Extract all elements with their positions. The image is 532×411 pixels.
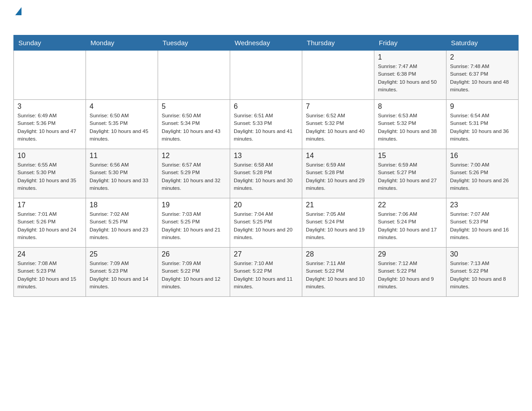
weekday-header-wednesday: Wednesday [230,35,302,51]
calendar-cell [86,51,158,100]
calendar-cell: 30Sunrise: 7:13 AMSunset: 5:22 PMDayligh… [446,248,519,297]
day-number: 7 [306,103,370,111]
calendar-cell [14,51,86,100]
day-number: 24 [17,250,82,258]
day-info: Sunrise: 7:04 AMSunset: 5:25 PMDaylight:… [234,210,298,241]
calendar-cell: 17Sunrise: 7:01 AMSunset: 5:26 PMDayligh… [14,198,86,248]
day-number: 25 [90,250,154,258]
calendar-cell: 10Sunrise: 6:55 AMSunset: 5:30 PMDayligh… [14,149,86,198]
calendar-cell: 2Sunrise: 7:48 AMSunset: 6:37 PMDaylight… [446,51,519,100]
day-number: 16 [450,152,515,160]
day-info: Sunrise: 6:50 AMSunset: 5:35 PMDaylight:… [90,112,154,143]
calendar-cell: 27Sunrise: 7:10 AMSunset: 5:22 PMDayligh… [230,248,302,297]
weekday-header-sunday: Sunday [14,35,86,51]
weekday-header-thursday: Thursday [302,35,374,51]
calendar-cell: 28Sunrise: 7:11 AMSunset: 5:22 PMDayligh… [302,248,374,297]
day-number: 13 [234,152,298,160]
day-number: 29 [378,250,442,258]
day-number: 9 [450,103,515,111]
day-info: Sunrise: 6:50 AMSunset: 5:34 PMDaylight:… [162,112,226,143]
weekday-header-monday: Monday [86,35,158,51]
logo-text [13,9,21,15]
week-row-2: 3Sunrise: 6:49 AMSunset: 5:36 PMDaylight… [14,100,519,149]
day-number: 2 [450,53,515,61]
day-number: 26 [162,250,226,258]
day-number: 27 [234,250,298,258]
day-info: Sunrise: 7:06 AMSunset: 5:24 PMDaylight:… [378,210,442,241]
day-info: Sunrise: 7:12 AMSunset: 5:22 PMDaylight:… [378,260,442,291]
day-number: 22 [378,201,442,209]
day-info: Sunrise: 7:10 AMSunset: 5:22 PMDaylight:… [234,260,298,291]
day-number: 12 [162,152,226,160]
calendar-cell: 8Sunrise: 6:53 AMSunset: 5:32 PMDaylight… [374,100,446,149]
day-number: 1 [378,53,442,61]
day-number: 18 [90,201,154,209]
calendar-cell: 9Sunrise: 6:54 AMSunset: 5:31 PMDaylight… [446,100,519,149]
day-info: Sunrise: 6:54 AMSunset: 5:31 PMDaylight:… [450,112,515,143]
day-info: Sunrise: 7:47 AMSunset: 6:38 PMDaylight:… [378,63,442,94]
calendar-cell: 4Sunrise: 6:50 AMSunset: 5:35 PMDaylight… [86,100,158,149]
weekday-header-tuesday: Tuesday [158,35,230,51]
calendar-cell: 11Sunrise: 6:56 AMSunset: 5:30 PMDayligh… [86,149,158,198]
calendar-cell: 29Sunrise: 7:12 AMSunset: 5:22 PMDayligh… [374,248,446,297]
day-info: Sunrise: 6:58 AMSunset: 5:28 PMDaylight:… [234,161,298,192]
day-info: Sunrise: 6:57 AMSunset: 5:29 PMDaylight:… [162,161,226,192]
calendar-cell: 13Sunrise: 6:58 AMSunset: 5:28 PMDayligh… [230,149,302,198]
calendar-cell: 1Sunrise: 7:47 AMSunset: 6:38 PMDaylight… [374,51,446,100]
day-info: Sunrise: 7:48 AMSunset: 6:37 PMDaylight:… [450,63,515,94]
page-header [13,9,519,26]
day-number: 14 [306,152,370,160]
day-info: Sunrise: 6:53 AMSunset: 5:32 PMDaylight:… [378,112,442,143]
calendar-cell: 19Sunrise: 7:03 AMSunset: 5:25 PMDayligh… [158,198,230,248]
day-number: 8 [378,103,442,111]
calendar-cell: 7Sunrise: 6:52 AMSunset: 5:32 PMDaylight… [302,100,374,149]
week-row-5: 24Sunrise: 7:08 AMSunset: 5:23 PMDayligh… [14,248,519,297]
day-info: Sunrise: 7:00 AMSunset: 5:26 PMDaylight:… [450,161,515,192]
calendar-cell: 24Sunrise: 7:08 AMSunset: 5:23 PMDayligh… [14,248,86,297]
day-number: 3 [17,103,82,111]
day-number: 11 [90,152,154,160]
logo-arrow-icon [15,7,21,15]
week-row-3: 10Sunrise: 6:55 AMSunset: 5:30 PMDayligh… [14,149,519,198]
day-info: Sunrise: 7:11 AMSunset: 5:22 PMDaylight:… [306,260,370,291]
day-number: 20 [234,201,298,209]
calendar-cell: 20Sunrise: 7:04 AMSunset: 5:25 PMDayligh… [230,198,302,248]
calendar-cell: 25Sunrise: 7:09 AMSunset: 5:23 PMDayligh… [86,248,158,297]
day-number: 28 [306,250,370,258]
calendar-cell: 21Sunrise: 7:05 AMSunset: 5:24 PMDayligh… [302,198,374,248]
weekday-header-saturday: Saturday [446,35,519,51]
day-number: 23 [450,201,515,209]
calendar-table: SundayMondayTuesdayWednesdayThursdayFrid… [13,35,519,297]
calendar-cell: 26Sunrise: 7:09 AMSunset: 5:22 PMDayligh… [158,248,230,297]
day-info: Sunrise: 6:59 AMSunset: 5:28 PMDaylight:… [306,161,370,192]
calendar-cell [230,51,302,100]
day-info: Sunrise: 7:01 AMSunset: 5:26 PMDaylight:… [17,210,82,241]
day-info: Sunrise: 7:09 AMSunset: 5:22 PMDaylight:… [162,260,226,291]
week-row-1: 1Sunrise: 7:47 AMSunset: 6:38 PMDaylight… [14,51,519,100]
day-number: 21 [306,201,370,209]
day-number: 30 [450,250,515,258]
day-info: Sunrise: 6:49 AMSunset: 5:36 PMDaylight:… [17,112,82,143]
calendar-cell: 15Sunrise: 6:59 AMSunset: 5:27 PMDayligh… [374,149,446,198]
day-info: Sunrise: 7:13 AMSunset: 5:22 PMDaylight:… [450,260,515,291]
week-row-4: 17Sunrise: 7:01 AMSunset: 5:26 PMDayligh… [14,198,519,248]
day-info: Sunrise: 7:02 AMSunset: 5:25 PMDaylight:… [90,210,154,241]
day-info: Sunrise: 6:55 AMSunset: 5:30 PMDaylight:… [17,161,82,192]
day-info: Sunrise: 7:03 AMSunset: 5:25 PMDaylight:… [162,210,226,241]
day-info: Sunrise: 6:51 AMSunset: 5:33 PMDaylight:… [234,112,298,143]
day-info: Sunrise: 7:05 AMSunset: 5:24 PMDaylight:… [306,210,370,241]
day-number: 4 [90,103,154,111]
calendar-cell: 16Sunrise: 7:00 AMSunset: 5:26 PMDayligh… [446,149,519,198]
calendar-cell: 22Sunrise: 7:06 AMSunset: 5:24 PMDayligh… [374,198,446,248]
day-number: 19 [162,201,226,209]
weekday-header-row: SundayMondayTuesdayWednesdayThursdayFrid… [14,35,519,51]
calendar-cell: 6Sunrise: 6:51 AMSunset: 5:33 PMDaylight… [230,100,302,149]
calendar-cell: 5Sunrise: 6:50 AMSunset: 5:34 PMDaylight… [158,100,230,149]
day-info: Sunrise: 7:09 AMSunset: 5:23 PMDaylight:… [90,260,154,291]
day-number: 5 [162,103,226,111]
day-number: 6 [234,103,298,111]
day-info: Sunrise: 6:59 AMSunset: 5:27 PMDaylight:… [378,161,442,192]
calendar-cell: 12Sunrise: 6:57 AMSunset: 5:29 PMDayligh… [158,149,230,198]
day-info: Sunrise: 7:07 AMSunset: 5:23 PMDaylight:… [450,210,515,241]
day-number: 10 [17,152,82,160]
